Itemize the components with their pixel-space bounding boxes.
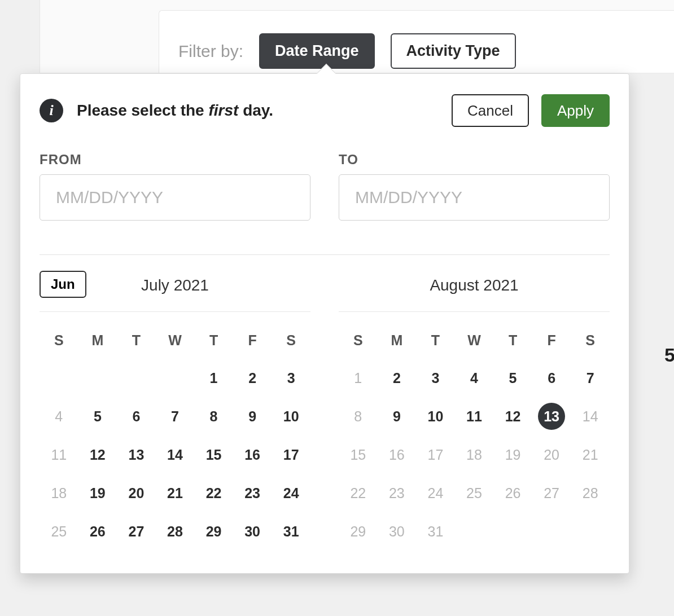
top-strip: Filter by: Date Range Activity Type: [40, 0, 674, 73]
calendar-day[interactable]: 19: [84, 479, 111, 507]
weekday-label: S: [272, 332, 310, 349]
calendar-day[interactable]: 13: [122, 441, 150, 468]
page-background: Filter by: Date Range Activity Type i Pl…: [0, 0, 674, 616]
calendar-left-weeks: 1234567891011121314151617181920212223242…: [40, 359, 310, 551]
calendar-right-title: August 2021: [430, 276, 518, 294]
calendar-week-row: 11121314151617: [40, 435, 310, 474]
calendar-day: [84, 364, 111, 391]
calendar-day: 8: [344, 403, 371, 430]
calendar-day[interactable]: 9: [383, 403, 410, 430]
weekday-label: M: [378, 332, 417, 349]
calendar-day[interactable]: 1: [200, 364, 227, 391]
calendar-day[interactable]: 7: [577, 364, 604, 391]
calendar-day[interactable]: 17: [278, 441, 305, 468]
hint-text: Please select the first day.: [77, 102, 273, 120]
calendar-day[interactable]: 27: [122, 518, 150, 545]
calendar-day: [122, 364, 150, 391]
calendar-day[interactable]: 16: [239, 441, 266, 468]
calendar-day: 20: [538, 441, 565, 468]
tab-activity-type[interactable]: Activity Type: [391, 33, 516, 69]
calendar-day[interactable]: 30: [239, 518, 266, 545]
calendar-day: 19: [500, 441, 527, 468]
calendar-day[interactable]: 5: [500, 364, 527, 391]
calendar-day[interactable]: 2: [239, 364, 266, 391]
calendar-day[interactable]: 10: [422, 403, 449, 430]
calendar-day: 31: [422, 518, 449, 545]
calendar-day: 27: [538, 479, 565, 507]
calendar-day: 18: [45, 479, 72, 507]
calendar-day[interactable]: 29: [200, 518, 227, 545]
calendar-day[interactable]: 24: [278, 479, 305, 507]
calendar-day[interactable]: 6: [122, 403, 150, 430]
calendar-day: [577, 518, 604, 545]
calendar-day[interactable]: 21: [161, 479, 189, 507]
calendar-day[interactable]: 14: [161, 441, 189, 468]
hint-row: i Please select the first day.: [40, 99, 273, 122]
hint-prefix: Please select the: [77, 102, 208, 119]
from-input[interactable]: [40, 174, 310, 221]
weekday-label: T: [493, 332, 532, 349]
info-icon: i: [40, 99, 63, 122]
to-input[interactable]: [339, 174, 610, 221]
weekday-label: T: [194, 332, 233, 349]
calendar-day: [538, 518, 565, 545]
calendar-day[interactable]: 3: [422, 364, 449, 391]
calendar-right-weeks: 1234567891011121314151617181920212223242…: [339, 359, 610, 551]
calendar-left-title: July 2021: [141, 276, 209, 294]
weekday-label: W: [455, 332, 494, 349]
calendar-day[interactable]: 12: [84, 441, 111, 468]
calendar-week-row: 25262728293031: [40, 512, 310, 551]
calendar-right: August 2021 SMTWTFS 12345678910111213141…: [339, 270, 610, 551]
calendar-day: 14: [577, 403, 604, 430]
calendar-day[interactable]: 13: [538, 403, 565, 430]
calendar-right-underline: [339, 311, 610, 312]
weekday-label: T: [416, 332, 455, 349]
calendar-day[interactable]: 15: [200, 441, 227, 468]
calendar-day[interactable]: 5: [84, 403, 111, 430]
calendar-day[interactable]: 7: [161, 403, 189, 430]
calendar-day[interactable]: 11: [461, 403, 488, 430]
calendar-left-underline: [40, 311, 310, 312]
calendar-day[interactable]: 8: [200, 403, 227, 430]
calendar-day: 23: [383, 479, 410, 507]
calendar-day[interactable]: 2: [383, 364, 410, 391]
weekday-label: S: [40, 332, 78, 349]
hint-em: first: [208, 102, 238, 119]
calendar-day: [500, 518, 527, 545]
calendar-day[interactable]: 12: [500, 403, 527, 430]
calendar-week-row: 18192021222324: [40, 474, 310, 512]
calendar-day: [161, 364, 189, 391]
cancel-button[interactable]: Cancel: [452, 94, 529, 127]
calendar-day[interactable]: 9: [239, 403, 266, 430]
calendar-day[interactable]: 10: [278, 403, 305, 430]
calendar-right-header: August 2021: [339, 270, 610, 301]
weekday-label: S: [571, 332, 610, 349]
calendar-day[interactable]: 3: [278, 364, 305, 391]
calendar-day[interactable]: 20: [122, 479, 150, 507]
apply-button[interactable]: Apply: [541, 94, 610, 127]
calendar-week-row: 123: [40, 359, 310, 397]
calendars: Jun July 2021 SMTWTFS 123456789101112131…: [40, 270, 610, 551]
calendar-day: [461, 518, 488, 545]
calendar-day[interactable]: 28: [161, 518, 189, 545]
calendar-day: 26: [500, 479, 527, 507]
from-field: FROM: [40, 152, 310, 221]
weekday-label: W: [156, 332, 195, 349]
prev-month-button[interactable]: Jun: [40, 271, 86, 298]
calendar-day[interactable]: 23: [239, 479, 266, 507]
calendar-week-row: 15161718192021: [339, 435, 610, 474]
calendar-day: 16: [383, 441, 410, 468]
calendar-day[interactable]: 31: [278, 518, 305, 545]
calendar-day[interactable]: 6: [538, 364, 565, 391]
calendar-week-row: 22232425262728: [339, 474, 610, 512]
calendar-day: 1: [344, 364, 371, 391]
tab-date-range[interactable]: Date Range: [259, 33, 375, 69]
calendar-left-header: Jun July 2021: [40, 270, 310, 301]
section-divider: [40, 254, 610, 255]
background-glimpse-digit: 5: [664, 344, 674, 366]
calendar-day: 24: [422, 479, 449, 507]
calendar-day[interactable]: 22: [200, 479, 227, 507]
from-label: FROM: [40, 152, 310, 168]
calendar-day[interactable]: 26: [84, 518, 111, 545]
calendar-day[interactable]: 4: [461, 364, 488, 391]
